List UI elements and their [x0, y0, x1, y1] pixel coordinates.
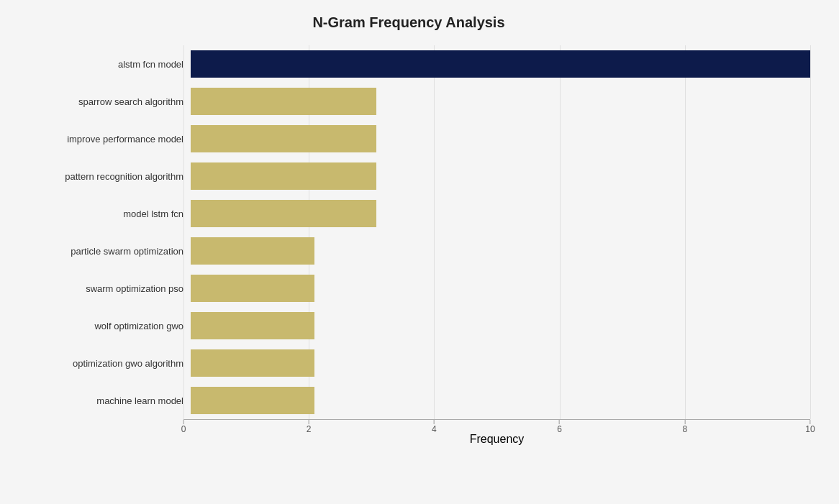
bar-label: wolf optimization gwo: [36, 321, 191, 331]
bar-label: particle swarm optimization: [36, 246, 191, 257]
bar-track: [191, 387, 810, 414]
bar-fill: [191, 88, 376, 115]
bar-fill: [191, 312, 314, 339]
bar-track: [191, 125, 810, 152]
bar-track: [191, 50, 810, 78]
bars-container: alstm fcn modelsparrow search algorithmi…: [36, 45, 810, 419]
bar-row: sparrow search algorithm: [36, 83, 810, 120]
bar-track: [191, 237, 810, 265]
bar-fill: [191, 387, 314, 414]
grid-line: [810, 45, 811, 419]
bar-track: [191, 312, 810, 339]
bar-row: swarm optimization pso: [36, 270, 810, 307]
x-axis-label: Frequency: [183, 433, 810, 446]
bar-track: [191, 162, 810, 190]
bar-label: pattern recognition algorithm: [36, 171, 191, 182]
chart-title: N-Gram Frequency Analysis: [7, 14, 810, 31]
bar-row: improve performance model: [36, 120, 810, 157]
bar-label: swarm optimization pso: [36, 283, 191, 294]
bar-fill: [191, 349, 314, 377]
bar-track: [191, 88, 810, 115]
bar-fill: [191, 200, 376, 227]
x-axis-label-text: Frequency: [470, 433, 525, 445]
axis-tick: 0: [181, 420, 186, 434]
bar-row: model lstm fcn: [36, 195, 810, 232]
bar-label: alstm fcn model: [36, 59, 191, 70]
bar-fill: [191, 125, 376, 152]
bar-fill: [191, 237, 314, 265]
axis-tick: 4: [432, 420, 437, 434]
bar-row: particle swarm optimization: [36, 232, 810, 270]
axis-tick: 2: [307, 420, 312, 434]
bar-row: alstm fcn model: [36, 45, 810, 83]
bar-fill: [191, 50, 810, 78]
bar-label: machine learn model: [36, 395, 191, 406]
chart-container: N-Gram Frequency Analysis alstm fcn mode…: [0, 0, 839, 504]
bar-row: pattern recognition algorithm: [36, 157, 810, 195]
bar-track: [191, 200, 810, 227]
bar-label: optimization gwo algorithm: [36, 358, 191, 369]
bar-label: sparrow search algorithm: [36, 96, 191, 107]
bar-row: machine learn model: [36, 382, 810, 419]
bar-track: [191, 275, 810, 302]
bar-fill: [191, 162, 376, 190]
axis-tick: 6: [557, 420, 562, 434]
x-axis: 0246810 Frequency: [183, 419, 810, 448]
bar-row: optimization gwo algorithm: [36, 344, 810, 382]
axis-tick: 8: [682, 420, 687, 434]
bar-fill: [191, 275, 314, 302]
bar-label: model lstm fcn: [36, 209, 191, 219]
bar-label: improve performance model: [36, 134, 191, 145]
bar-track: [191, 349, 810, 377]
bar-row: wolf optimization gwo: [36, 307, 810, 344]
axis-tick: 10: [805, 420, 815, 434]
